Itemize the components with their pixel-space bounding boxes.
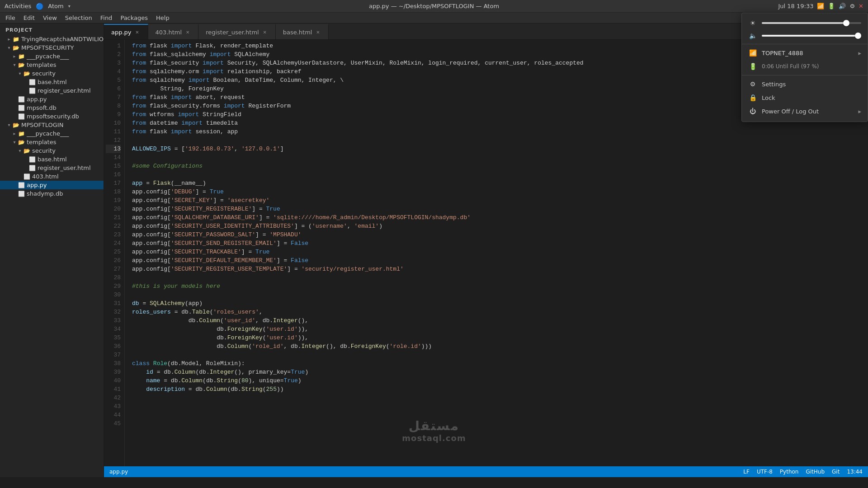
network-icon: 📶	[748, 49, 757, 56]
tree-arrow-icon: ▾	[5, 122, 13, 127]
menu-edit[interactable]: Edit	[20, 14, 38, 22]
tree-label: ___pycache___	[27, 53, 69, 60]
tree-label: TryingRecaptchaANDTWILIO	[21, 36, 104, 42]
tab-close-icon[interactable]: ✕	[262, 29, 268, 35]
folder-open-icon: 📂	[13, 45, 19, 51]
folder-open-icon: 📂	[18, 139, 25, 145]
folder-icon: 📁	[18, 53, 25, 60]
sidebar-item-mpsoftsecurity[interactable]: ▾ 📂 MPSOFTSECURITY	[0, 43, 104, 52]
menu-find[interactable]: Find	[97, 14, 116, 22]
tree-label: 403.html	[32, 173, 59, 180]
tree-label: security	[32, 70, 56, 77]
main-area: Project ▸ 📁 TryingRecaptchaANDTWILIO ▾ 📂…	[0, 23, 868, 477]
status-indent: LF	[743, 469, 750, 475]
status-encoding: UTF-8	[757, 469, 773, 475]
tree-label: base.html	[38, 156, 67, 163]
sidebar-item-pycache1[interactable]: ▸ 📁 ___pycache___	[0, 52, 104, 61]
github-icon[interactable]: GitHub	[806, 469, 825, 475]
sidebar-item-templates1[interactable]: ▾ 📂 templates	[0, 61, 104, 69]
close-icon[interactable]: ✕	[859, 3, 863, 9]
sidebar-item-base-html-2[interactable]: ⬜ base.html	[0, 155, 104, 164]
tree-arrow-icon: ▾	[5, 45, 13, 50]
git-icon[interactable]: Git	[832, 469, 840, 475]
tray-icon-1[interactable]: 📶	[817, 3, 824, 9]
statusbar-left: app.py	[109, 469, 128, 475]
atom-label[interactable]: Atom	[48, 3, 63, 9]
settings-row[interactable]: ⚙ Settings	[742, 77, 868, 91]
menu-view[interactable]: View	[39, 14, 61, 22]
network-name: TOPNET_4888	[762, 50, 803, 56]
status-language: Python	[780, 469, 799, 475]
volume-slider[interactable]	[762, 35, 861, 37]
power-row[interactable]: ⏻ Power Off / Log Out ▸	[742, 104, 868, 118]
network-arrow-icon: ▸	[858, 50, 861, 56]
sidebar-item-security2[interactable]: ▾ 📂 security	[0, 146, 104, 155]
system-tray-popup: ☀ 🔈 📶 TOPNET_4888 ▸ 🔋 0:06 Until Full (9…	[741, 13, 868, 122]
status-line-col: 13:44	[847, 469, 863, 475]
tree-arrow-icon: ▾	[11, 140, 18, 145]
menu-selection[interactable]: Selection	[61, 14, 96, 22]
menu-file[interactable]: File	[2, 14, 19, 22]
menu-packages[interactable]: Packages	[117, 14, 151, 22]
sidebar-item-apppy-active[interactable]: ⬜ app.py	[0, 181, 104, 189]
tray-icon-3[interactable]: 🔊	[839, 3, 846, 9]
sidebar-item-shadymp-db[interactable]: ⬜ shadymp.db	[0, 189, 104, 198]
tree-arrow-icon: ▸	[5, 37, 13, 42]
folder-open-icon: 📂	[24, 148, 30, 154]
tab-apppy[interactable]: app.py ✕	[104, 24, 148, 39]
menu-help[interactable]: Help	[152, 14, 173, 22]
topbar-right: Jul 18 19:33 📶 🔋 🔊 ⚙ ✕	[778, 3, 863, 9]
tray-icon-4[interactable]: ⚙	[849, 3, 855, 9]
brightness-slider[interactable]	[762, 22, 861, 24]
sidebar-item-mpsoftlogin[interactable]: ▾ 📂 MPSOFTLOGIN	[0, 121, 104, 129]
brightness-row: ☀	[742, 17, 868, 29]
settings-label: Settings	[762, 81, 786, 88]
tab-label: app.py	[111, 29, 132, 36]
tray-icon-2[interactable]: 🔋	[828, 3, 835, 9]
folder-open-icon: 📂	[13, 122, 19, 128]
sidebar-item-tryingrecaptcha[interactable]: ▸ 📁 TryingRecaptchaANDTWILIO	[0, 35, 104, 43]
lock-label: Lock	[762, 94, 775, 101]
sidebar-item-base-html-1[interactable]: ⬜ base.html	[0, 78, 104, 86]
status-filename: app.py	[109, 469, 128, 475]
sidebar-item-pycache2[interactable]: ▸ 📁 ___pycache___	[0, 129, 104, 138]
tree-label: mpsoftsecurity.db	[27, 113, 79, 120]
sidebar-item-register-html-2[interactable]: ⬜ register_user.html	[0, 164, 104, 172]
lock-row[interactable]: 🔒 Lock	[742, 91, 868, 104]
sidebar-item-security1[interactable]: ▾ 📂 security	[0, 69, 104, 78]
tree-label: ___pycache___	[27, 130, 69, 137]
popup-divider-1	[742, 44, 868, 44]
tree-label: app.py	[27, 182, 47, 188]
tree-label: security	[32, 147, 56, 154]
tab-403[interactable]: 403.html ✕	[148, 24, 199, 39]
sidebar-item-mpsoftsecurity-db[interactable]: ⬜ mpsoftsecurity.db	[0, 112, 104, 121]
sidebar-item-templates2[interactable]: ▾ 📂 templates	[0, 138, 104, 146]
battery-info: 0:06 Until Full (97 %)	[762, 63, 819, 70]
tab-close-icon[interactable]: ✕	[134, 29, 141, 35]
tab-label: 403.html	[156, 29, 182, 36]
status-bar: app.py LF UTF-8 Python GitHub Git 13:44	[104, 466, 868, 477]
tab-close-icon[interactable]: ✕	[184, 29, 191, 35]
battery-row[interactable]: 🔋 0:06 Until Full (97 %)	[742, 60, 868, 73]
file-html-icon: ⬜	[24, 174, 30, 180]
tab-close-icon[interactable]: ✕	[315, 29, 321, 35]
file-py-icon: ⬜	[18, 96, 25, 103]
settings-icon: ⚙	[748, 80, 757, 88]
menu-bar: File Edit View Selection Find Packages H…	[0, 13, 868, 23]
sidebar-item-apppy-1[interactable]: ⬜ app.py	[0, 95, 104, 103]
power-icon: ⏻	[748, 108, 757, 115]
network-row[interactable]: 📶 TOPNET_4888 ▸	[742, 46, 868, 60]
activities-label[interactable]: Activities	[5, 3, 31, 9]
file-py-icon: ⬜	[18, 182, 25, 188]
folder-open-icon: 📂	[18, 62, 25, 68]
tab-base[interactable]: base.html ✕	[276, 24, 329, 39]
sidebar-item-register-html-1[interactable]: ⬜ register_user.html	[0, 86, 104, 95]
network-info: TOPNET_4888	[762, 50, 803, 56]
atom-arrow-icon[interactable]: ▾	[68, 4, 71, 9]
sidebar-item-mpsoft-db[interactable]: ⬜ mpsoft.db	[0, 103, 104, 112]
folder-open-icon: 📂	[24, 70, 30, 77]
tab-register[interactable]: register_user.html ✕	[198, 24, 276, 39]
lock-icon: 🔒	[748, 94, 757, 101]
sidebar-item-403-html[interactable]: ⬜ 403.html	[0, 172, 104, 181]
datetime-label: Jul 18 19:33	[778, 3, 813, 9]
